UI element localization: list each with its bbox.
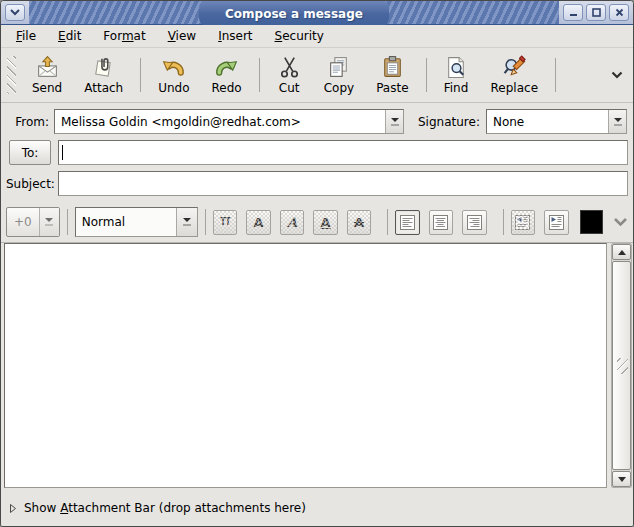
- menu-edit[interactable]: Edit: [47, 26, 92, 47]
- chevron-down-icon: [611, 71, 623, 79]
- message-body-area: [1, 243, 633, 490]
- signature-select[interactable]: None: [486, 109, 627, 134]
- scroll-up-button[interactable]: [612, 244, 631, 260]
- minimize-icon: [569, 9, 578, 17]
- typewriter-toggle[interactable]: TT: [213, 210, 237, 235]
- unindent-button[interactable]: [511, 210, 535, 235]
- copy-icon: [326, 55, 351, 80]
- send-button[interactable]: Send: [21, 52, 73, 98]
- toolbar-overflow-button[interactable]: [611, 71, 623, 79]
- main-toolbar: Send Attach Undo Redo: [1, 48, 633, 103]
- signature-dropdown-button[interactable]: [608, 110, 626, 133]
- titlebar-left-panel: [1, 1, 29, 24]
- titlebar-stripes: Compose a message: [29, 1, 559, 24]
- subject-row: Subject:: [6, 171, 628, 196]
- toolbar-separator: [140, 58, 141, 92]
- indent-button[interactable]: [544, 210, 568, 235]
- from-dropdown-button[interactable]: [385, 110, 403, 133]
- minimize-button[interactable]: [563, 4, 583, 21]
- title-plate: Compose a message: [199, 0, 389, 26]
- menubar: File Edit Format View Insert Security: [1, 25, 633, 48]
- format-toolbar: +0 Normal TT A A A A: [1, 202, 633, 243]
- redo-icon: [214, 55, 239, 80]
- unindent-icon: [514, 214, 531, 231]
- expander-triangle-icon[interactable]: [9, 503, 17, 514]
- text-caret: [62, 145, 63, 160]
- indent-icon: [548, 214, 565, 231]
- compose-window: Compose a message File Edit Format View …: [0, 0, 634, 527]
- find-icon: [444, 55, 469, 80]
- show-attachment-bar-label[interactable]: Show Attachment Bar (drop attachments he…: [24, 501, 306, 515]
- replace-button[interactable]: Replace: [480, 52, 549, 98]
- paste-icon: [380, 55, 405, 80]
- format-separator: [205, 209, 206, 235]
- vertical-scrollbar[interactable]: [611, 243, 632, 488]
- toolbar-drag-handle[interactable]: [7, 56, 16, 94]
- chevron-down-icon: [10, 9, 20, 16]
- attach-icon: [91, 55, 116, 80]
- paragraph-style-select[interactable]: Normal: [75, 207, 198, 237]
- redo-button[interactable]: Redo: [201, 52, 253, 98]
- undo-icon: [161, 55, 186, 80]
- find-button[interactable]: Find: [433, 52, 480, 98]
- menu-security[interactable]: Security: [264, 26, 335, 47]
- maximize-button[interactable]: [586, 4, 606, 21]
- italic-toggle[interactable]: A: [280, 210, 304, 235]
- font-size-dropdown-button[interactable]: [39, 208, 59, 236]
- cut-button[interactable]: Cut: [266, 52, 313, 98]
- paste-button[interactable]: Paste: [365, 52, 419, 98]
- scrollbar-thumb[interactable]: [612, 261, 631, 470]
- chevron-down-icon: [613, 217, 628, 227]
- format-overflow-button[interactable]: [613, 217, 628, 227]
- style-dropdown-button[interactable]: [176, 208, 197, 236]
- font-size-select[interactable]: +0: [6, 207, 60, 237]
- window-title: Compose a message: [225, 7, 363, 21]
- dropdown-arrow-icon: [183, 218, 191, 222]
- dropdown-arrow-icon: [614, 118, 622, 122]
- align-left-button[interactable]: [395, 210, 419, 235]
- strikethrough-toggle[interactable]: A: [347, 210, 371, 235]
- message-body-editor[interactable]: [4, 243, 607, 488]
- align-center-button[interactable]: [429, 210, 453, 235]
- toolbar-separator: [426, 58, 427, 92]
- subject-label: Subject:: [6, 177, 54, 191]
- cut-icon: [277, 55, 302, 80]
- toolbar-separator: [555, 58, 556, 92]
- titlebar-right-panel: [559, 1, 633, 24]
- undo-button[interactable]: Undo: [147, 52, 200, 98]
- from-select[interactable]: Melissa Goldin <mgoldin@redhat.com>: [54, 109, 404, 134]
- align-right-button[interactable]: [462, 210, 486, 235]
- from-label: From:: [6, 115, 54, 129]
- to-button[interactable]: To:: [9, 140, 51, 165]
- bold-toggle[interactable]: A: [246, 210, 270, 235]
- subject-input[interactable]: [58, 171, 628, 196]
- format-separator: [387, 209, 388, 235]
- text-color-button[interactable]: [580, 210, 603, 234]
- arrow-up-icon: [618, 250, 626, 255]
- toolbar-separator: [259, 58, 260, 92]
- window-menu-button[interactable]: [5, 4, 25, 21]
- menu-insert[interactable]: Insert: [207, 26, 263, 47]
- to-input[interactable]: [58, 140, 628, 165]
- close-icon: [615, 8, 624, 17]
- replace-icon: [502, 55, 527, 80]
- menu-format[interactable]: Format: [92, 26, 156, 47]
- titlebar[interactable]: Compose a message: [1, 1, 633, 25]
- menu-file[interactable]: File: [5, 26, 47, 47]
- send-icon: [35, 55, 60, 80]
- align-left-icon: [399, 214, 416, 231]
- signature-label: Signature:: [418, 115, 486, 129]
- message-headers: From: Melissa Goldin <mgoldin@redhat.com…: [1, 103, 633, 202]
- to-row: To:: [6, 140, 628, 165]
- attach-button[interactable]: Attach: [73, 52, 134, 98]
- maximize-icon: [592, 8, 601, 17]
- attachment-bar: Show Attachment Bar (drop attachments he…: [1, 490, 633, 526]
- copy-button[interactable]: Copy: [313, 52, 365, 98]
- menu-view[interactable]: View: [157, 26, 207, 47]
- underline-toggle[interactable]: A: [313, 210, 337, 235]
- align-right-icon: [466, 214, 483, 231]
- close-button[interactable]: [609, 4, 629, 21]
- scroll-down-button[interactable]: [612, 471, 631, 487]
- dropdown-arrow-icon: [391, 118, 399, 122]
- dropdown-arrow-icon: [45, 218, 53, 222]
